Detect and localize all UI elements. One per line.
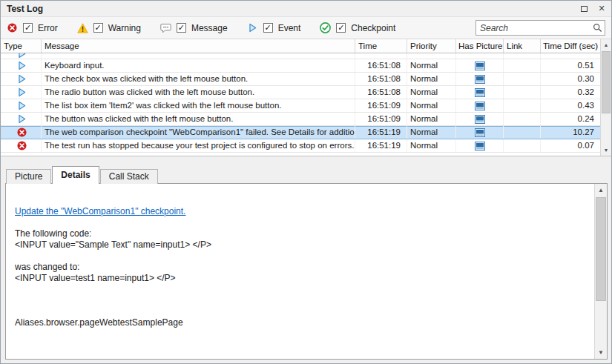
tab-picture[interactable]: Picture [6,169,51,184]
close-button[interactable]: ✕ [596,4,607,14]
column-header-has-picture[interactable]: Has Picture [456,39,504,53]
picture-icon[interactable] [475,88,485,97]
table-header: Type Message Time Priority Has Picture L… [1,39,600,53]
row-has-picture [456,113,504,125]
row-has-picture [456,86,504,99]
splitter[interactable] [1,156,611,166]
details-scrollbar[interactable]: ▲ ▼ [594,184,607,359]
row-message: The button was clicked with the left mou… [42,113,355,125]
row-link [504,53,541,59]
picture-icon[interactable] [475,75,485,84]
row-priority: Normal [407,139,456,152]
log-row[interactable]: Keyboard input.16:51:08Normal0.51 [1,59,600,73]
row-has-picture [456,126,504,139]
log-row[interactable]: The button was clicked with the left mou… [1,113,600,126]
log-table: Type Message Time Priority Has Picture L… [1,39,611,156]
table-scrollbar[interactable]: ▲ ▼ [600,39,611,156]
picture-icon[interactable] [475,102,485,110]
row-message: The radio button was clicked with the le… [42,86,355,99]
column-header-message[interactable]: Message [42,39,355,53]
error-icon [17,141,27,150]
log-row[interactable]: The web comparison checkpoint "WebCompar… [1,126,600,139]
test-log-panel: Test Log ✕ ✓Error✓Warning✓Message✓Event✓… [0,0,612,364]
column-header-priority[interactable]: Priority [407,39,456,53]
details-line: <INPUT value=test1 name=input1> </P> [15,273,588,284]
row-priority: Normal [407,86,456,99]
row-message: The web comparison checkpoint "WebCompar… [42,126,355,139]
log-row[interactable]: The radio button was clicked with the le… [1,86,600,99]
event-icon [17,114,27,124]
row-message: The list box item 'Item2' was clicked wi… [42,99,355,112]
search-box [476,20,605,36]
row-link [504,99,541,112]
details-line: <INPUT value="Sample Text" name=input1> … [15,239,588,251]
row-time-diff: 10.27 [541,126,600,139]
filter-checkpoint-checkbox[interactable]: ✓ [336,23,346,33]
row-link [504,139,541,152]
message-icon [160,22,171,33]
row-time-diff: 0.07 [541,139,600,152]
filter-error-checkbox[interactable]: ✓ [23,23,33,33]
picture-icon[interactable] [475,142,485,150]
filter-warning-checkbox[interactable]: ✓ [93,23,103,33]
row-priority: Normal [407,99,456,112]
row-type-cell [1,86,42,99]
column-header-link[interactable]: Link [504,39,541,53]
event-icon [17,74,27,84]
log-row[interactable] [1,53,600,59]
detail-tabs: Picture Details Call Stack [6,166,159,184]
tab-call-stack[interactable]: Call Stack [100,169,158,184]
details-content: Update the "WebComparison1" checkpoint. … [6,184,594,359]
row-has-picture [456,53,504,59]
row-priority: Normal [407,113,456,125]
details-panel: Update the "WebComparison1" checkpoint. … [5,183,608,360]
row-type-cell [1,99,42,112]
filter-group: ✓Error✓Warning✓Message✓Event✓Checkpoint [7,22,395,33]
event-icon [17,61,27,70]
log-row[interactable]: The test run has stopped because your te… [1,139,600,153]
filter-warning: ✓Warning [77,22,141,33]
scrollbar-thumb[interactable] [602,51,611,113]
scrollbar-thumb[interactable] [596,197,606,301]
log-row[interactable]: The list box item 'Item2' was clicked wi… [1,99,600,113]
picture-icon[interactable] [475,115,485,124]
filter-toolbar: ✓Error✓Warning✓Message✓Event✓Checkpoint [1,17,611,39]
filter-message-checkbox[interactable]: ✓ [177,23,186,33]
column-header-time-diff[interactable]: Time Diff (sec) [541,39,600,53]
column-header-time[interactable]: Time [355,39,407,53]
maximize-button[interactable] [579,4,589,14]
tab-details[interactable]: Details [52,166,99,184]
warning-icon [77,22,88,33]
filter-message-label: Message [191,23,228,33]
search-input[interactable] [476,20,605,36]
scroll-up-arrow-icon[interactable]: ▲ [595,184,607,196]
row-has-picture [456,59,504,72]
event-icon [17,101,27,110]
log-row[interactable]: The check box was clicked with the left … [1,73,600,86]
row-link [504,86,541,99]
search-icon[interactable] [593,23,602,33]
filter-event-checkbox[interactable]: ✓ [263,23,273,33]
scroll-up-arrow-icon[interactable]: ▲ [601,39,611,50]
row-type-cell [1,53,42,59]
update-checkpoint-link[interactable]: Update the "WebComparison1" checkpoint. [15,206,588,217]
scroll-down-arrow-icon[interactable]: ▼ [595,346,607,359]
panel-title: Test Log [7,4,43,14]
checkpoint-icon [320,22,331,33]
row-time: 16:51:08 [355,59,407,72]
picture-icon[interactable] [475,128,485,137]
scroll-down-arrow-icon[interactable]: ▼ [601,145,611,156]
row-time: 16:51:19 [355,139,407,152]
row-type-cell [1,139,42,152]
row-link [504,126,541,139]
row-type-cell [1,126,42,139]
row-priority: Normal [407,73,456,85]
filter-message: ✓Message [160,22,228,33]
details-line [15,251,588,262]
column-header-type[interactable]: Type [1,39,42,53]
picture-icon[interactable] [475,62,485,70]
row-link [504,113,541,125]
row-time: 16:51:08 [355,86,407,99]
window-controls: ✕ [579,4,607,14]
row-time-diff: 0.43 [541,99,600,112]
